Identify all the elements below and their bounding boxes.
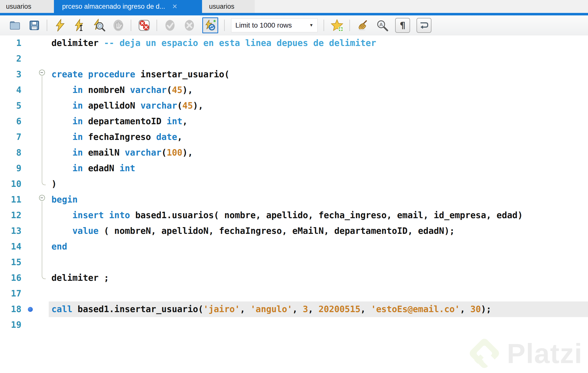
autocommit-icon (204, 19, 217, 32)
code-text[interactable]: delimiter ; (49, 270, 588, 286)
code-line-9[interactable]: 9 in edadN int (0, 161, 588, 176)
sql-code-editor[interactable]: 1delimiter -- deja un espacio en esta li… (0, 35, 588, 333)
marker-column (25, 317, 36, 333)
code-line-6[interactable]: 6 in departamentoID int, (0, 114, 588, 129)
code-text[interactable] (49, 317, 588, 333)
explain-plan-button[interactable] (92, 18, 105, 32)
code-line-5[interactable]: 5 in apellidoN varchar(45), (0, 98, 588, 114)
line-number: 2 (0, 51, 25, 67)
open-script-button[interactable] (8, 18, 21, 32)
line-number: 18 (0, 301, 25, 317)
magnifier-lightning-icon (92, 19, 105, 32)
fold-minus-circle-icon[interactable] (39, 195, 45, 201)
code-line-13[interactable]: 13 value ( nombreN, apellidoN, fechaIngr… (0, 223, 588, 239)
tab-label: usuarios (209, 3, 234, 10)
fold-column (36, 239, 49, 254)
line-number: 15 (0, 254, 25, 270)
marker-column (25, 176, 36, 192)
marker-column (25, 98, 36, 114)
toolbar-separator (224, 20, 225, 31)
marker-column (25, 35, 36, 51)
toggle-word-wrap-button[interactable] (417, 18, 431, 33)
toolbar-separator (47, 20, 47, 31)
line-number: 6 (0, 114, 25, 129)
fold-collapse-icon[interactable] (36, 67, 49, 82)
execute-statements-button[interactable] (54, 18, 67, 32)
code-line-15[interactable]: 15 (0, 254, 588, 270)
line-number: 9 (0, 161, 25, 176)
tab-label: usuarios (6, 3, 31, 10)
code-text[interactable]: value ( nombreN, apellidoN, fechaIngreso… (49, 223, 588, 239)
code-text[interactable] (49, 286, 588, 301)
tab-usuarios-1[interactable]: usuarios (0, 0, 54, 13)
toolbar-separator (157, 20, 157, 31)
code-line-1[interactable]: 1delimiter -- deja un espacio en esta li… (0, 35, 588, 51)
code-text[interactable]: begin (49, 192, 588, 207)
code-line-14[interactable]: 14end (0, 239, 588, 254)
beautify-script-button[interactable] (356, 18, 369, 32)
execute-current-statement-button[interactable] (73, 18, 86, 32)
fold-column (36, 161, 49, 176)
marker-column (25, 301, 36, 317)
stop-query-button[interactable] (112, 18, 125, 32)
fold-column (36, 129, 49, 145)
code-text[interactable]: in apellidoN varchar(45), (49, 98, 588, 114)
lightning-cursor-icon (73, 19, 86, 32)
code-text[interactable]: in nombreN varchar(45), (49, 82, 588, 98)
code-line-2[interactable]: 2 (0, 51, 588, 67)
fold-column (36, 114, 49, 129)
code-text[interactable]: in edadN int (49, 161, 588, 176)
code-line-17[interactable]: 17 (0, 286, 588, 301)
rollback-button[interactable] (183, 18, 196, 32)
star-plus-icon (331, 19, 343, 32)
tab-usuarios-2[interactable]: usuarios (202, 0, 255, 13)
marker-column (25, 239, 36, 254)
dropdown-caret-icon: ▼ (309, 23, 313, 28)
fold-collapse-icon[interactable] (36, 192, 49, 207)
fold-minus-circle-icon[interactable] (39, 70, 45, 76)
save-script-button[interactable] (28, 18, 41, 32)
limit-rows-value: Limit to 1000 rows (235, 21, 309, 29)
commit-button[interactable] (164, 18, 176, 32)
code-line-10[interactable]: 10) (0, 176, 588, 192)
code-line-3[interactable]: 3create procedure insertar_usuario( (0, 67, 588, 82)
marker-column (25, 51, 36, 67)
code-line-12[interactable]: 12 insert into based1.usuarios( nombre, … (0, 207, 588, 223)
platzi-watermark: Platzi (469, 336, 583, 371)
statement-marker-dot-icon (28, 307, 33, 312)
save-snippet-button[interactable] (331, 18, 343, 32)
hand-stop-icon (112, 19, 125, 32)
toggle-autocommit-button[interactable] (202, 17, 218, 33)
close-tab-icon[interactable]: ✕ (172, 3, 177, 10)
code-line-11[interactable]: 11begin (0, 192, 588, 207)
commit-check-icon (164, 19, 176, 32)
code-text[interactable]: delimiter -- deja un espacio en esta lin… (49, 35, 588, 51)
code-text[interactable]: end (49, 239, 588, 254)
code-text[interactable]: ) (49, 176, 588, 192)
code-text[interactable] (49, 51, 588, 67)
code-line-8[interactable]: 8 in emailN varchar(100), (0, 145, 588, 161)
code-line-4[interactable]: 4 in nombreN varchar(45), (0, 82, 588, 98)
toggle-invisible-characters-button[interactable]: ¶ (395, 18, 410, 33)
code-line-19[interactable]: 19 (0, 317, 588, 333)
code-text[interactable]: in fechaIngreso date, (49, 129, 588, 145)
active-tab-accent-bar (0, 13, 588, 15)
code-line-16[interactable]: 16delimiter ; (0, 270, 588, 286)
code-text[interactable] (49, 254, 588, 270)
fold-column (36, 286, 49, 301)
code-text[interactable]: call based1.insertar_usuario('jairo', 'a… (49, 301, 588, 317)
tab-proceso-almacenado[interactable]: prceso almacenado ingreso de d... ✕ (54, 0, 202, 13)
code-text[interactable]: in departamentoID int, (49, 114, 588, 129)
line-number: 11 (0, 192, 25, 207)
code-text[interactable]: create procedure insertar_usuario( (49, 67, 588, 82)
code-line-18[interactable]: 18call based1.insertar_usuario('jairo', … (0, 301, 588, 317)
limit-rows-dropdown[interactable]: Limit to 1000 rows ▼ (231, 18, 318, 32)
fold-column (36, 51, 49, 67)
find-panel-button[interactable]: A (376, 18, 389, 32)
fold-column (36, 207, 49, 223)
code-text[interactable]: in emailN varchar(100), (49, 145, 588, 161)
fold-column (36, 254, 49, 270)
code-line-7[interactable]: 7 in fechaIngreso date, (0, 129, 588, 145)
code-text[interactable]: insert into based1.usuarios( nombre, ape… (49, 207, 588, 223)
toggle-stop-on-error-button[interactable] (138, 18, 151, 32)
